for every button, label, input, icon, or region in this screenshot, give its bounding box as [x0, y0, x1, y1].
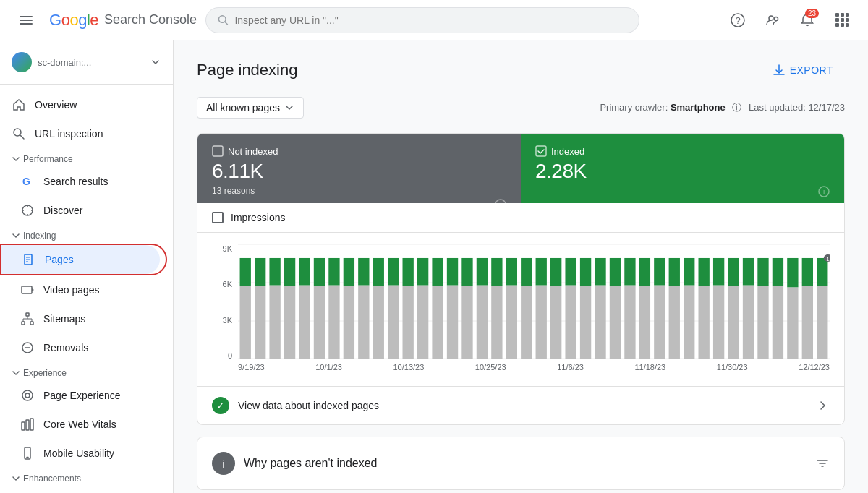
url-search-bar[interactable] [205, 7, 639, 33]
svg-point-8 [775, 17, 778, 20]
notifications-button[interactable]: 23 [793, 6, 822, 35]
svg-rect-55 [255, 258, 265, 286]
svg-rect-56 [269, 286, 280, 359]
svg-rect-95 [550, 258, 561, 286]
filter-label: All known pages [206, 102, 280, 113]
not-indexed-box[interactable]: Not indexed 6.11K 13 reasons i [197, 134, 521, 203]
impressions-checkbox[interactable] [212, 212, 224, 223]
mobile-icon [20, 446, 35, 460]
experience-section[interactable]: Experience [0, 362, 173, 381]
svg-rect-54 [255, 286, 265, 359]
url-inspection-label: URL inspection [35, 128, 103, 140]
discover-icon [20, 203, 35, 218]
logo-o1: o [61, 11, 70, 29]
filter-button[interactable] [815, 456, 830, 471]
sidebar-item-mobile-usability[interactable]: Mobile Usability [0, 439, 167, 468]
apps-button[interactable] [827, 6, 856, 35]
sidebar-item-pages[interactable]: Pages [1, 245, 160, 274]
view-indexed-pages-link[interactable]: ✓ View data about indexed pages [197, 386, 844, 424]
svg-rect-97 [565, 258, 576, 286]
not-indexed-value: 6.11K [212, 160, 506, 183]
svg-rect-58 [284, 286, 295, 359]
svg-rect-74 [403, 286, 414, 359]
svg-rect-0 [20, 16, 33, 17]
home-icon [12, 98, 26, 112]
sidebar-item-discover[interactable]: Discover [0, 196, 167, 225]
sidebar-item-video-pages[interactable]: Video pages [0, 275, 167, 304]
mobile-usability-label: Mobile Usability [43, 447, 114, 459]
svg-rect-105 [624, 258, 635, 286]
sidebar-item-overview[interactable]: Overview [0, 90, 167, 119]
svg-rect-96 [565, 286, 576, 359]
search-icon [12, 127, 26, 141]
svg-rect-34 [26, 420, 29, 430]
svg-rect-106 [639, 286, 650, 359]
svg-rect-122 [757, 286, 768, 359]
svg-line-4 [225, 22, 227, 24]
svg-rect-121 [743, 258, 754, 286]
why-title: Why pages aren't indexed [244, 457, 378, 470]
core-web-vitals-label: Core Web Vitals [43, 419, 116, 430]
svg-rect-1 [20, 20, 33, 21]
property-selector[interactable]: sc-domain:... [0, 46, 173, 85]
logo-g: G [49, 11, 61, 29]
sidebar-item-core-web-vitals[interactable]: Core Web Vitals [0, 410, 167, 439]
x-label-0: 9/19/23 [238, 363, 265, 372]
checkbox-icon [212, 145, 224, 157]
page-title: Page indexing [197, 61, 297, 80]
svg-rect-126 [787, 287, 798, 359]
sidebar-item-url-inspection[interactable]: URL inspection [0, 119, 167, 148]
info-icon: i [818, 186, 830, 197]
known-pages-filter[interactable]: All known pages [197, 97, 304, 119]
svg-rect-42 [213, 146, 223, 156]
svg-rect-127 [787, 258, 798, 287]
svg-rect-75 [403, 258, 414, 286]
sitemaps-icon [20, 312, 35, 326]
x-label-5: 11/18/23 [634, 363, 665, 372]
core-web-vitals-icon [20, 417, 35, 432]
app-layout: sc-domain:... Overview URL inspection [0, 40, 868, 493]
svg-rect-62 [314, 286, 325, 359]
info-icon[interactable]: ⓘ [732, 102, 741, 113]
svg-text:?: ? [735, 15, 740, 26]
svg-rect-69 [358, 258, 369, 286]
chevron-down-icon [12, 155, 20, 163]
app-logo: Google Search Console [49, 11, 197, 30]
svg-rect-100 [595, 286, 605, 359]
enhancements-section[interactable]: Enhancements [0, 468, 173, 486]
svg-text:G: G [22, 176, 30, 187]
main-content: Page indexing EXPORT All known pages Pri… [174, 40, 868, 493]
sidebar-item-sitemaps[interactable]: Sitemaps [0, 304, 167, 333]
page-header: Page indexing EXPORT [197, 58, 845, 82]
svg-rect-78 [432, 286, 443, 359]
indexed-box[interactable]: Indexed 2.28K i [521, 134, 844, 203]
removals-label: Removals [43, 342, 88, 353]
people-button[interactable] [758, 6, 787, 35]
svg-rect-68 [358, 286, 369, 359]
topbar-icons: ? 23 [723, 6, 856, 35]
menu-button[interactable] [12, 6, 41, 35]
not-indexed-sub: 13 reasons [212, 186, 506, 196]
sidebar-item-logos[interactable]: Logos [0, 486, 167, 493]
download-icon [773, 64, 786, 77]
sidebar-item-page-experience[interactable]: Page Experience [0, 381, 167, 410]
sidebar-item-removals[interactable]: Removals [0, 333, 167, 362]
svg-rect-94 [550, 286, 561, 359]
export-button[interactable]: EXPORT [761, 58, 845, 82]
svg-rect-111 [669, 258, 680, 286]
last-updated-value: 12/17/23 [808, 102, 845, 113]
y-axis: 9K 6K 3K 0 [212, 244, 232, 374]
performance-section[interactable]: Performance [0, 148, 173, 167]
svg-rect-123 [757, 258, 768, 286]
indexing-section[interactable]: Indexing [0, 225, 173, 244]
not-indexed-label: Not indexed [228, 146, 278, 157]
svg-rect-83 [461, 258, 472, 286]
x-label-6: 11/30/23 [717, 363, 748, 372]
svg-rect-130 [817, 286, 827, 359]
sidebar-item-search-results[interactable]: G Search results [0, 167, 167, 196]
not-indexed-header: Not indexed [212, 145, 506, 157]
help-button[interactable]: ? [723, 6, 752, 35]
url-search-input[interactable] [234, 14, 627, 26]
pages-highlight-box: Pages [0, 244, 167, 275]
property-avatar [12, 52, 32, 72]
